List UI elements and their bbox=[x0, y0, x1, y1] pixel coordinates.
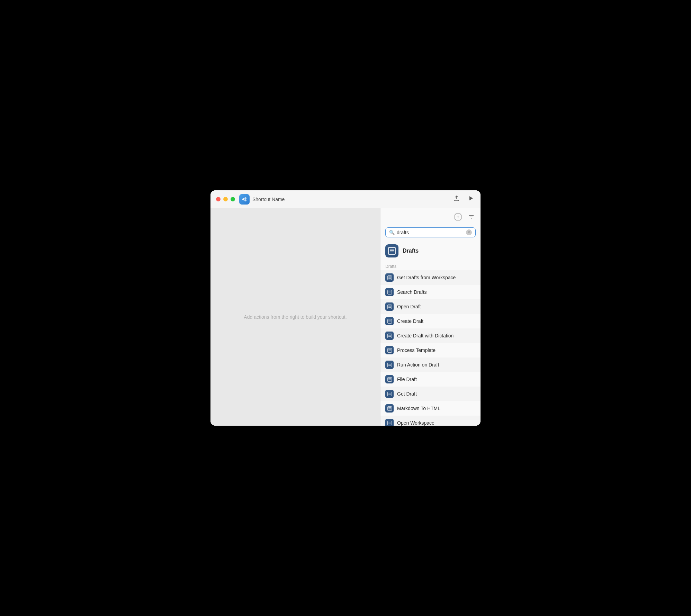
action-icon bbox=[385, 332, 394, 340]
app-icon bbox=[239, 194, 250, 205]
svg-point-2 bbox=[244, 199, 246, 201]
search-input[interactable] bbox=[397, 230, 464, 235]
maximize-button[interactable] bbox=[231, 197, 235, 201]
window-title: Shortcut Name bbox=[252, 197, 285, 202]
search-bar: 🔍 ✕ bbox=[380, 227, 481, 241]
action-label: File Draft bbox=[397, 377, 417, 382]
app-result-name: Drafts bbox=[403, 248, 419, 254]
main-window: Shortcut Name Add actions from the right… bbox=[210, 190, 481, 426]
main-canvas: Add actions from the right to build your… bbox=[210, 208, 380, 426]
action-icon-shape bbox=[387, 392, 392, 396]
actions-list: Drafts Get Drafts from Workspace Search … bbox=[380, 261, 481, 426]
action-icon bbox=[385, 302, 394, 311]
action-item[interactable]: Get Drafts from Workspace bbox=[380, 270, 481, 285]
action-label: Open Workspace bbox=[397, 420, 434, 426]
action-item[interactable]: Get Draft bbox=[380, 387, 481, 401]
action-icon bbox=[385, 346, 394, 354]
action-icon-shape bbox=[387, 290, 392, 295]
search-icon: 🔍 bbox=[389, 230, 395, 235]
action-item[interactable]: Create Draft bbox=[380, 314, 481, 328]
drafts-icon-shape bbox=[388, 247, 396, 255]
right-panel: 🔍 ✕ Drafts Drafts Get Drafts from Worksp… bbox=[380, 208, 481, 426]
action-label: Create Draft bbox=[397, 318, 423, 324]
action-icon-shape bbox=[387, 421, 392, 425]
action-icon bbox=[385, 375, 394, 383]
action-label: Create Draft with Dictation bbox=[397, 333, 454, 338]
traffic-lights bbox=[216, 197, 235, 201]
action-icon bbox=[385, 317, 394, 325]
add-action-button[interactable] bbox=[454, 212, 463, 223]
action-item[interactable]: Run Action on Draft bbox=[380, 357, 481, 372]
section-label: Drafts bbox=[380, 261, 481, 270]
action-item[interactable]: Search Drafts bbox=[380, 285, 481, 299]
action-icon-shape bbox=[387, 319, 392, 324]
titlebar: Shortcut Name bbox=[210, 190, 481, 208]
action-item[interactable]: Open Workspace bbox=[380, 416, 481, 426]
action-icon-shape bbox=[387, 377, 392, 382]
action-label: Process Template bbox=[397, 347, 436, 353]
action-icon bbox=[385, 404, 394, 413]
svg-marker-3 bbox=[469, 196, 473, 200]
action-label: Markdown To HTML bbox=[397, 406, 440, 411]
action-item[interactable]: Process Template bbox=[380, 343, 481, 357]
action-item[interactable]: File Draft bbox=[380, 372, 481, 387]
action-item[interactable]: Open Draft bbox=[380, 299, 481, 314]
app-result-item[interactable]: Drafts bbox=[380, 241, 481, 261]
action-icon bbox=[385, 390, 394, 398]
panel-header bbox=[380, 208, 481, 227]
svg-point-1 bbox=[244, 197, 246, 199]
action-label: Get Drafts from Workspace bbox=[397, 275, 456, 280]
search-input-wrap: 🔍 ✕ bbox=[385, 227, 476, 237]
action-label: Get Draft bbox=[397, 391, 417, 397]
action-icon-shape bbox=[387, 334, 392, 338]
action-icon-shape bbox=[387, 305, 392, 309]
action-label: Search Drafts bbox=[397, 289, 427, 295]
action-item[interactable]: Create Draft with Dictation bbox=[380, 328, 481, 343]
close-button[interactable] bbox=[216, 197, 221, 201]
action-icon bbox=[385, 361, 394, 369]
run-button[interactable] bbox=[467, 194, 475, 204]
action-item[interactable]: Markdown To HTML bbox=[380, 401, 481, 416]
action-icon bbox=[385, 288, 394, 296]
action-icon-shape bbox=[387, 406, 392, 411]
action-icon bbox=[385, 419, 394, 426]
action-label: Open Draft bbox=[397, 304, 421, 309]
action-label: Run Action on Draft bbox=[397, 362, 439, 368]
svg-point-0 bbox=[242, 198, 244, 200]
action-icon-shape bbox=[387, 348, 392, 353]
filter-button[interactable] bbox=[467, 212, 476, 223]
canvas-hint: Add actions from the right to build your… bbox=[244, 314, 347, 320]
action-icon-shape bbox=[387, 363, 392, 367]
drafts-app-icon bbox=[385, 244, 398, 257]
minimize-button[interactable] bbox=[223, 197, 228, 201]
titlebar-actions bbox=[452, 194, 475, 205]
action-icon bbox=[385, 273, 394, 282]
content-area: Add actions from the right to build your… bbox=[210, 208, 481, 426]
action-icon-shape bbox=[387, 275, 392, 280]
share-button[interactable] bbox=[452, 194, 461, 205]
search-clear-button[interactable]: ✕ bbox=[466, 229, 472, 235]
